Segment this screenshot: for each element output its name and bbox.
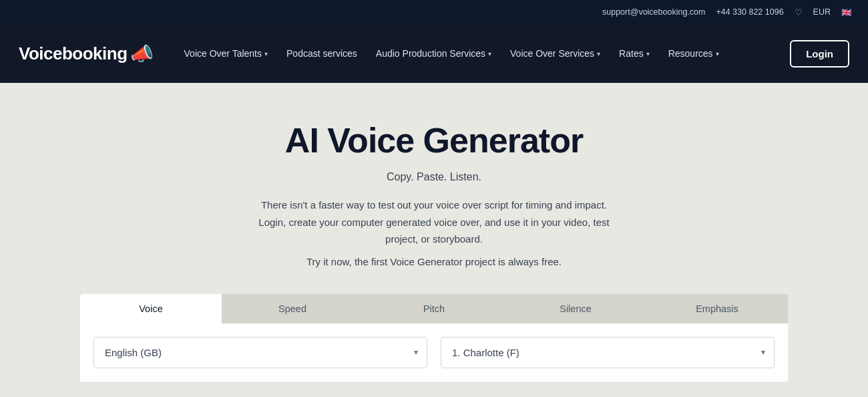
chevron-down-icon: ▾: [597, 50, 600, 57]
nav-right: Login: [790, 40, 849, 68]
language-select-wrapper: English (GB) English (US) French German …: [93, 337, 427, 368]
utility-bar: support@voicebooking.com +44 330 822 109…: [0, 0, 868, 24]
nav-item-rates[interactable]: Rates ▾: [610, 43, 659, 64]
nav-item-voice-over-talents[interactable]: Voice Over Talents ▾: [175, 43, 277, 64]
tabs-container: Voice Speed Pitch Silence Emphasis Engli…: [80, 294, 788, 382]
nav-item-voice-over-services[interactable]: Voice Over Services ▾: [501, 43, 610, 64]
tabs-row: Voice Speed Pitch Silence Emphasis: [80, 294, 788, 323]
tab-silence[interactable]: Silence: [505, 294, 646, 323]
hero-description: There isn't a faster way to test out you…: [254, 196, 614, 248]
phone-number: +44 330 822 1096: [716, 7, 783, 17]
logo[interactable]: Voicebooking 📣: [19, 43, 154, 65]
nav-label: Rates: [619, 48, 644, 59]
selects-row: English (GB) English (US) French German …: [80, 323, 788, 382]
nav-links: Voice Over Talents ▾ Podcast services Au…: [175, 43, 791, 64]
language-flag-icon[interactable]: 🇬🇧: [841, 7, 852, 17]
nav-label: Audio Production Services: [376, 48, 485, 59]
nav-item-resources[interactable]: Resources ▾: [659, 43, 728, 64]
chevron-down-icon: ▾: [716, 50, 719, 57]
support-email-link[interactable]: support@voicebooking.com: [602, 7, 705, 17]
hero-section: AI Voice Generator Copy. Paste. Listen. …: [0, 83, 868, 397]
tab-pitch[interactable]: Pitch: [363, 294, 505, 323]
nav-label: Voice Over Talents: [184, 48, 262, 59]
hero-cta: Try it now, the first Voice Generator pr…: [306, 256, 562, 267]
currency-selector[interactable]: EUR: [813, 7, 831, 17]
voice-select[interactable]: 1. Charlotte (F) 2. James (M) 3. Sophia …: [441, 337, 775, 368]
tab-speed[interactable]: Speed: [222, 294, 363, 323]
nav-label: Voice Over Services: [510, 48, 594, 59]
logo-icon: 📣: [130, 43, 154, 65]
nav-item-audio-production[interactable]: Audio Production Services ▾: [367, 43, 501, 64]
logo-text: Voicebooking: [19, 43, 128, 64]
tab-emphasis[interactable]: Emphasis: [646, 294, 788, 323]
nav-label: Resources: [668, 48, 713, 59]
chevron-down-icon: ▾: [488, 50, 491, 57]
chevron-down-icon: ▾: [646, 50, 650, 57]
tab-voice[interactable]: Voice: [80, 294, 222, 323]
language-select[interactable]: English (GB) English (US) French German …: [93, 337, 427, 368]
hero-subtitle: Copy. Paste. Listen.: [387, 171, 481, 183]
hero-title: AI Voice Generator: [285, 120, 583, 160]
login-button[interactable]: Login: [790, 40, 849, 68]
main-nav: Voicebooking 📣 Voice Over Talents ▾ Podc…: [0, 24, 868, 83]
wishlist-icon[interactable]: ♡: [795, 7, 803, 17]
nav-label: Podcast services: [286, 48, 357, 59]
nav-item-podcast-services[interactable]: Podcast services: [277, 43, 367, 64]
voice-select-wrapper: 1. Charlotte (F) 2. James (M) 3. Sophia …: [441, 337, 775, 368]
chevron-down-icon: ▾: [264, 50, 268, 57]
